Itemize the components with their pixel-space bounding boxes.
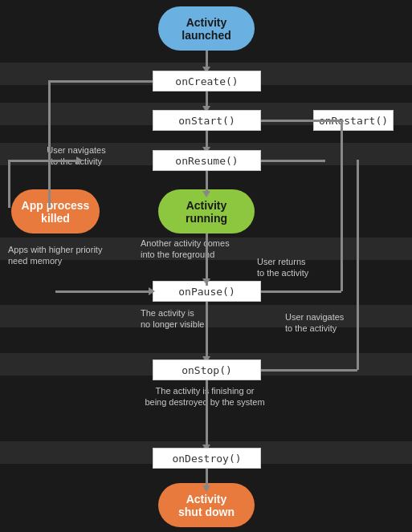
- hline-onstop-right: [261, 369, 357, 372]
- hline-onpause-left: [55, 290, 153, 293]
- ondestroy-label: onDestroy(): [172, 453, 241, 465]
- onstart-label: onStart(): [178, 115, 235, 127]
- onresume-box: onResume(): [153, 150, 261, 171]
- user-navigates-label-2: User navigatesto the activity: [285, 311, 394, 335]
- onstart-box: onStart(): [153, 110, 261, 131]
- apps-higher-priority-label: Apps with higher priorityneed memory: [8, 244, 137, 267]
- activity-launched-node: Activitylaunched: [158, 6, 255, 51]
- arrow-killed: [149, 287, 155, 295]
- activity-no-longer-label: The activity isno longer visible: [141, 307, 269, 331]
- activity-finishing-label: The activity is finishing orbeing destro…: [124, 385, 285, 408]
- hline-onstart-onrestart: [261, 120, 313, 122]
- hline-returns-onrestart: [313, 120, 341, 122]
- app-process-killed-label: App processkilled: [22, 199, 90, 225]
- arrow-right-onresume: [76, 156, 83, 164]
- onpause-label: onPause(): [178, 286, 235, 298]
- vline-right-returns: [341, 120, 343, 291]
- oncreate-box: onCreate(): [153, 71, 261, 91]
- vline-left-oncreate: [48, 80, 51, 208]
- activity-shutdown-label: Activityshut down: [178, 493, 235, 518]
- hline-onresume-right: [261, 160, 325, 162]
- onresume-label: onResume(): [175, 155, 238, 167]
- vline-6: [206, 302, 208, 359]
- another-activity-label: Another activity comesinto the foregroun…: [141, 238, 269, 261]
- activity-launched-label: Activitylaunched: [182, 16, 230, 42]
- oncreate-label: onCreate(): [175, 75, 238, 87]
- hline-onpause-right: [261, 290, 341, 293]
- activity-running-label: Activityrunning: [186, 199, 227, 225]
- vline-left-1: [8, 160, 10, 208]
- onstop-box: onStop(): [153, 359, 261, 380]
- user-returns-label: User returnsto the activity: [257, 256, 361, 279]
- lifecycle-diagram: Activitylaunched Activityrunning App pro…: [0, 0, 412, 532]
- app-process-killed-node: App processkilled: [11, 189, 100, 234]
- arrow-5: [202, 278, 210, 285]
- vline-right-2: [357, 160, 359, 370]
- arrow-8: [202, 485, 210, 492]
- hline-oncreate-left: [48, 80, 153, 83]
- hline-left-onresume: [8, 160, 80, 162]
- onstop-label: onStop(): [182, 364, 232, 376]
- arrow-4: [202, 191, 210, 197]
- ondestroy-box: onDestroy(): [153, 448, 261, 469]
- vline-7: [206, 380, 208, 448]
